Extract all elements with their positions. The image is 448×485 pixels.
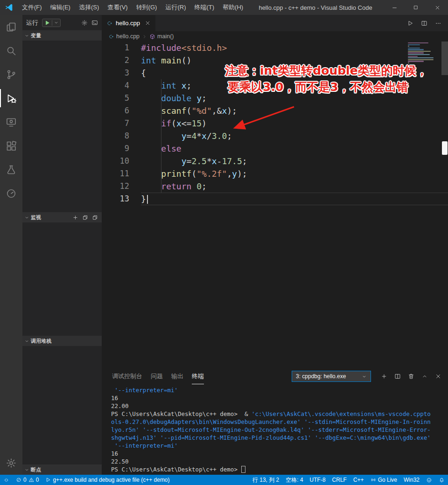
menu-item[interactable]: 转到(G) xyxy=(132,0,161,15)
minimap[interactable] xyxy=(408,42,439,63)
line-number: 10 xyxy=(102,155,141,167)
breadcrumb-symbol[interactable]: main() xyxy=(149,33,174,40)
go-live-status[interactable]: Go Live xyxy=(367,475,400,485)
code-line[interactable]: 11 printf("%.2f",y); xyxy=(102,167,448,180)
minimize-button[interactable] xyxy=(384,0,405,15)
tab-hello-cpp[interactable]: hello.cpp xyxy=(102,15,155,31)
code-line[interactable]: 10 y=2.5*x-17.5; xyxy=(102,155,448,167)
code-line[interactable]: 9 else xyxy=(102,142,448,155)
activity-item-run-debug[interactable] xyxy=(0,86,22,110)
activity-item-gear[interactable] xyxy=(0,451,22,475)
terminal[interactable]: '--interpreter=mi' 1622.00PS C:\Users\As… xyxy=(102,384,448,475)
collapse-all-icon[interactable] xyxy=(82,215,88,221)
more-actions-icon[interactable] xyxy=(435,20,441,27)
debug-console-icon[interactable] xyxy=(91,20,98,26)
editor-scrollbar[interactable] xyxy=(441,42,448,368)
code-token: , xyxy=(227,169,232,179)
terminal-cursor xyxy=(241,466,245,473)
terminal-token: 'c:\Users\AskCat\.vscode\extensions\ms-v… xyxy=(252,410,431,417)
close-panel-icon[interactable] xyxy=(435,373,441,380)
menu-item[interactable]: 终端(T) xyxy=(190,0,218,15)
terminal-token: '--interpreter=mi' xyxy=(111,442,178,449)
code-line[interactable]: 13} xyxy=(102,193,448,205)
menu-item[interactable]: 查看(V) xyxy=(103,0,132,15)
source-control-icon xyxy=(6,69,17,80)
activity-item-test[interactable] xyxy=(0,158,22,181)
menu-item[interactable]: 文件(F) xyxy=(18,0,46,15)
code-token: () xyxy=(182,55,192,65)
section-header-call-stack[interactable]: 调用堆栈 xyxy=(22,336,102,346)
maximize-panel-icon[interactable] xyxy=(421,373,428,380)
code-editor[interactable]: 1#include<stdio.h>2int main()3{4 int x;5… xyxy=(102,42,448,368)
activity-item-extensions[interactable] xyxy=(0,134,22,158)
panel-tab[interactable]: 终端 xyxy=(192,368,204,384)
language-mode-status[interactable]: C++ xyxy=(350,475,367,485)
cursor-position-status[interactable]: 行 13, 列 2 xyxy=(249,475,282,485)
code-line[interactable]: 12 return 0; xyxy=(102,180,448,193)
test-icon xyxy=(6,164,17,175)
notifications-status[interactable] xyxy=(435,475,448,485)
code-text: y=2.5*x-17.5; xyxy=(141,155,448,167)
warning-icon xyxy=(28,477,34,483)
section-header-breakpoints[interactable]: 断点 xyxy=(22,464,102,475)
activity-item-circle-arrow[interactable] xyxy=(0,181,22,205)
terminal-token: 16 xyxy=(111,395,118,402)
code-token: * xyxy=(196,131,202,141)
split-editor-icon[interactable] xyxy=(421,20,427,27)
duplicate-icon[interactable] xyxy=(92,215,98,221)
panel-tab[interactable]: 调试控制台 xyxy=(112,368,142,384)
add-watch-icon[interactable] xyxy=(72,215,78,221)
watch-actions xyxy=(72,215,100,221)
section-header-watch[interactable]: 监视 xyxy=(22,212,102,222)
code-line[interactable]: 1#include<stdio.h> xyxy=(102,42,448,54)
menu-item[interactable]: 选择(S) xyxy=(75,0,103,15)
terminal-line: '--interpreter=mi' xyxy=(111,386,448,394)
code-token: int xyxy=(161,81,176,90)
panel-tab[interactable]: 输出 xyxy=(171,368,183,384)
code-token: x xyxy=(202,131,207,141)
kill-terminal-icon[interactable] xyxy=(408,373,414,380)
indentation-status[interactable]: 空格: 4 xyxy=(282,475,306,485)
start-debugging-button[interactable] xyxy=(42,19,61,27)
menu-item[interactable]: 运行(R) xyxy=(161,0,190,15)
activity-item-files[interactable] xyxy=(0,15,22,39)
scrollbar-thumb[interactable] xyxy=(441,42,448,75)
code-token: = xyxy=(187,156,192,166)
menu-item[interactable]: 帮助(H) xyxy=(218,0,247,15)
platform-status[interactable]: Win32 xyxy=(400,475,423,485)
breadcrumb-file[interactable]: hello.cpp xyxy=(108,33,140,40)
activity-item-search[interactable] xyxy=(0,39,22,62)
minimap-line xyxy=(408,59,434,60)
section-header-variables[interactable]: 变量 xyxy=(22,30,102,41)
code-token: ,& xyxy=(212,106,222,116)
code-token: 2.5 xyxy=(191,156,207,166)
close-window-button[interactable] xyxy=(427,0,448,15)
line-number: 1 xyxy=(102,42,141,54)
problems-status[interactable]: 0 0 xyxy=(13,475,42,485)
split-terminal-icon[interactable] xyxy=(394,373,401,380)
build-task-status[interactable]: g++.exe build and debug active file (c++… xyxy=(42,475,173,485)
activity-item-remote-explorer[interactable] xyxy=(0,110,22,134)
code-token: - xyxy=(217,156,222,166)
code-token: "%.2f" xyxy=(196,169,227,179)
panel-tab[interactable]: 问题 xyxy=(151,368,163,384)
line-number: 4 xyxy=(102,79,141,92)
activity-bar xyxy=(0,15,22,475)
eol-status[interactable]: CRLF xyxy=(329,475,350,485)
encoding-status[interactable]: UTF-8 xyxy=(307,475,329,485)
tab-bar: hello.cpp xyxy=(102,15,448,31)
activity-item-source-control[interactable] xyxy=(0,62,22,86)
terminal-line: 22.50 xyxy=(111,457,448,465)
menu-item[interactable]: 编辑(E) xyxy=(46,0,75,15)
run-file-icon[interactable] xyxy=(407,20,413,27)
new-terminal-icon[interactable] xyxy=(381,373,387,380)
terminal-line: 16 xyxy=(111,450,448,457)
feedback-status[interactable] xyxy=(423,475,435,485)
close-tab-icon[interactable] xyxy=(145,20,151,26)
minimap-line xyxy=(408,52,424,53)
maximize-button[interactable] xyxy=(405,0,427,15)
terminal-selector[interactable]: 3: cppdbg: hello.exe xyxy=(292,371,371,382)
code-token: ; xyxy=(202,181,207,191)
gear-icon[interactable] xyxy=(81,20,88,26)
remote-indicator[interactable] xyxy=(0,475,13,485)
